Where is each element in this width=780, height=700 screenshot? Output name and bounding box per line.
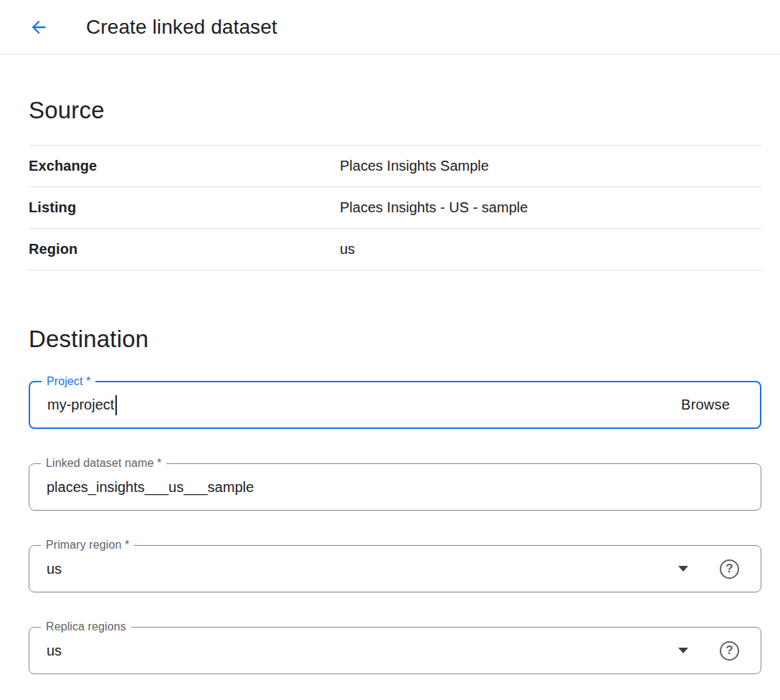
linked-dataset-name-field[interactable]: Linked dataset name * places_insights___… [29, 463, 761, 511]
table-row-exchange: Exchange Places Insights Sample [29, 146, 761, 187]
table-row-listing: Listing Places Insights - US - sample [29, 187, 761, 229]
source-table: Exchange Places Insights Sample Listing … [29, 145, 761, 270]
replica-regions-field[interactable]: Replica regions us ? [29, 627, 761, 674]
page-title: Create linked dataset [86, 16, 277, 39]
primary-region-value: us [47, 561, 62, 577]
text-cursor [115, 395, 117, 415]
help-icon[interactable]: ? [720, 559, 739, 579]
row-value: Places Insights - US - sample [340, 199, 528, 216]
row-label: Listing [29, 199, 340, 216]
row-value: Places Insights Sample [340, 158, 489, 174]
help-icon[interactable]: ? [720, 641, 739, 661]
row-label: Region [29, 241, 340, 257]
linked-dataset-name-label: Linked dataset name * [41, 457, 166, 470]
linked-dataset-name-input[interactable]: places_insights___us___sample [47, 479, 254, 496]
replica-regions-value: us [47, 643, 62, 659]
back-button[interactable] [23, 11, 54, 43]
row-label: Exchange [29, 158, 340, 174]
row-value: us [340, 241, 355, 257]
project-field[interactable]: Project * my-project Browse [29, 381, 761, 429]
project-field-label: Project * [42, 375, 95, 388]
primary-region-label: Primary region * [41, 539, 134, 552]
header: Create linked dataset [0, 0, 780, 55]
chevron-down-icon[interactable] [678, 648, 688, 653]
chevron-down-icon[interactable] [678, 566, 688, 572]
destination-heading: Destination [29, 323, 761, 355]
primary-region-controls: ? [678, 559, 739, 579]
main-content: Source Exchange Places Insights Sample L… [0, 95, 780, 674]
replica-regions-label: Replica regions [41, 620, 131, 633]
table-row-region: Region us [29, 229, 761, 270]
source-heading: Source [29, 95, 761, 126]
back-arrow-icon [29, 17, 49, 37]
primary-region-field[interactable]: Primary region * us ? [29, 545, 761, 592]
browse-button[interactable]: Browse [672, 397, 738, 413]
project-input[interactable]: my-project [47, 397, 114, 413]
replica-regions-controls: ? [678, 641, 739, 661]
